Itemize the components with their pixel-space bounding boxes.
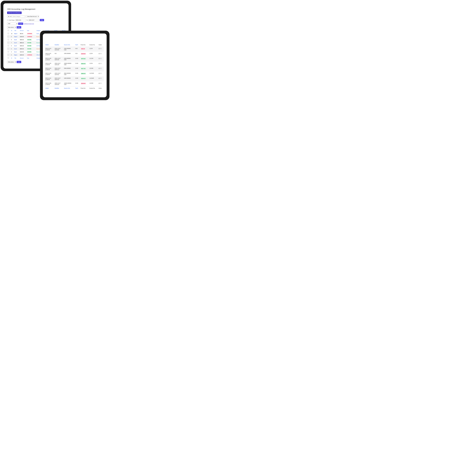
edit-icon[interactable] xyxy=(99,83,100,84)
table-row: 2020-10-0312:00:002020-10-0716:44:513000… xyxy=(45,71,104,76)
final-amount-badge: $50.00 xyxy=(81,48,85,50)
invoice-cell: 1123445 xyxy=(89,76,98,81)
footer-col-source[interactable]: Source Amt. xyxy=(63,86,75,90)
date-to-input[interactable] xyxy=(28,19,39,21)
row-checkbox[interactable] xyxy=(8,45,9,46)
type-select[interactable]: All xyxy=(7,15,12,17)
footer-col-type[interactable]: Type xyxy=(26,56,36,60)
footer-col-added[interactable]: Added xyxy=(45,86,54,90)
bulk-actions-select-bottom[interactable]: Bulk actions xyxy=(7,61,16,63)
footer-col-id[interactable]: ID xyxy=(11,56,14,60)
row-checkbox[interactable] xyxy=(8,54,9,55)
footer-col-modified[interactable]: Modified xyxy=(54,86,63,90)
footer-col-title[interactable]: Title xyxy=(14,56,19,60)
category-cell[interactable]: Service xyxy=(36,48,40,50)
title-link[interactable]: Inc-5 xyxy=(14,39,17,40)
col-id[interactable]: ID xyxy=(11,29,14,32)
final-amount-badge: $154.10 xyxy=(81,78,86,80)
bulk-actions-select-top[interactable]: Bulk actions xyxy=(7,26,16,29)
table-row: 2020-10-0612:00:002020-10-0716:45:441000… xyxy=(45,57,104,62)
tax-cell: 15.00 xyxy=(75,62,80,67)
export-button[interactable]: Export xyxy=(18,23,23,25)
apply-button-top[interactable]: Apply xyxy=(17,26,21,29)
col-modified[interactable]: Modified xyxy=(54,43,63,47)
title-link[interactable]: Exp-2 xyxy=(14,36,17,37)
export-format-select[interactable]: PDF xyxy=(7,23,17,25)
added-cell: 2020-10-0312:00:00 xyxy=(45,71,54,76)
amount-cell: $600.00 xyxy=(19,47,26,50)
col-source[interactable]: Source Amt. xyxy=(63,43,75,47)
apply-button-bottom[interactable]: Apply xyxy=(17,61,21,63)
col-final: Final Amt. xyxy=(80,43,89,47)
trash-icon[interactable] xyxy=(100,63,102,64)
select-all-header[interactable] xyxy=(7,29,11,32)
edit-icon[interactable] xyxy=(99,73,100,74)
action-cell xyxy=(98,62,104,67)
category-select[interactable]: Select Category ⌄ xyxy=(12,16,26,17)
added-cell: 2020-10-0612:00:00 xyxy=(45,57,54,62)
id-cell: 7 xyxy=(11,41,14,44)
trash-icon[interactable] xyxy=(100,58,102,59)
date-from-input[interactable] xyxy=(15,19,26,21)
row-checkbox[interactable] xyxy=(8,42,9,43)
title-link[interactable]: Inc-3 xyxy=(14,45,17,46)
footer-col-amount[interactable]: Amount xyxy=(19,56,26,60)
row-checkbox[interactable] xyxy=(8,51,9,52)
col-title[interactable]: Title xyxy=(14,29,19,32)
table-row: 2020-10-0312:00:002020-10-0716:39:001000… xyxy=(45,47,104,52)
title-link[interactable]: Inc-4 xyxy=(14,42,17,43)
category-cell[interactable]: Bonus xyxy=(36,36,39,37)
footer-col-action: Action xyxy=(98,86,104,90)
col-amount[interactable]: Amount xyxy=(19,29,26,32)
trash-icon[interactable] xyxy=(100,78,102,79)
source-cell: 1000.000000USD xyxy=(63,57,75,62)
modified-cell: 2020-10-0716:45:44 xyxy=(54,57,63,62)
type-badge: EXPENSE xyxy=(27,33,33,34)
configure-export-link[interactable]: Configure Export Cols xyxy=(24,23,34,24)
tax-cell: 15.00 xyxy=(75,81,80,86)
source-cell: 1000.000000USD xyxy=(63,47,75,52)
amount-cell: $134.00 xyxy=(19,50,26,53)
final-amount-badge: $100.00 xyxy=(81,53,86,55)
add-income-expense-button[interactable]: Add New Income/Expense xyxy=(7,12,22,14)
title-link[interactable]: Inc-1 xyxy=(14,51,17,52)
title-link[interactable]: Inc-2 xyxy=(14,48,17,50)
edit-icon[interactable] xyxy=(99,53,100,54)
edit-icon[interactable] xyxy=(99,58,100,59)
tax-cell: 0.00 xyxy=(75,52,80,57)
screen-2: AddedModifiedSource Amt.Tax%Final Amt.In… xyxy=(43,34,107,97)
trash-icon[interactable] xyxy=(100,53,102,54)
type-badge: INCOME xyxy=(27,48,32,50)
col-tax[interactable]: Tax% xyxy=(75,43,80,47)
category-cell[interactable]: Salary xyxy=(36,33,39,34)
edit-icon[interactable] xyxy=(99,48,100,49)
row-checkbox[interactable] xyxy=(8,39,9,40)
final-amount-badge: $690.00 xyxy=(81,73,86,75)
tax-cell: 15.00 xyxy=(75,76,80,81)
select-all-bottom-checkbox[interactable] xyxy=(8,57,9,59)
edit-icon[interactable] xyxy=(99,78,100,79)
row-checkbox[interactable] xyxy=(8,36,9,37)
amount-cell: $450.00 xyxy=(19,44,26,47)
footer-col-tax[interactable]: Tax% xyxy=(75,86,80,90)
filter-row-3: PDF Export Configure Export Cols xyxy=(7,23,68,25)
select-all-checkbox[interactable] xyxy=(8,30,9,31)
title-link[interactable]: Exp-1 xyxy=(14,54,17,55)
row-checkbox[interactable] xyxy=(8,48,9,49)
title-link[interactable]: Exp-3 xyxy=(14,33,17,34)
date-range-checkbox[interactable] xyxy=(7,19,8,21)
trash-icon[interactable] xyxy=(100,83,102,84)
edit-icon[interactable] xyxy=(99,63,100,64)
row-checkbox[interactable] xyxy=(8,33,9,34)
col-type[interactable]: Type xyxy=(26,29,36,32)
trash-icon[interactable] xyxy=(100,73,102,74)
col-added[interactable]: Added xyxy=(45,43,54,47)
added-cell: 2020-10-0212:00:00 xyxy=(45,76,54,81)
type-badge: EXPENSE xyxy=(27,36,33,37)
edit-icon[interactable] xyxy=(99,68,100,69)
action-cell xyxy=(98,76,104,81)
bank-account-select[interactable]: Select Bank Account xyxy=(26,15,39,17)
trash-icon[interactable] xyxy=(100,48,102,49)
trash-icon[interactable] xyxy=(100,68,102,69)
filter-button[interactable]: Filter xyxy=(40,19,44,21)
